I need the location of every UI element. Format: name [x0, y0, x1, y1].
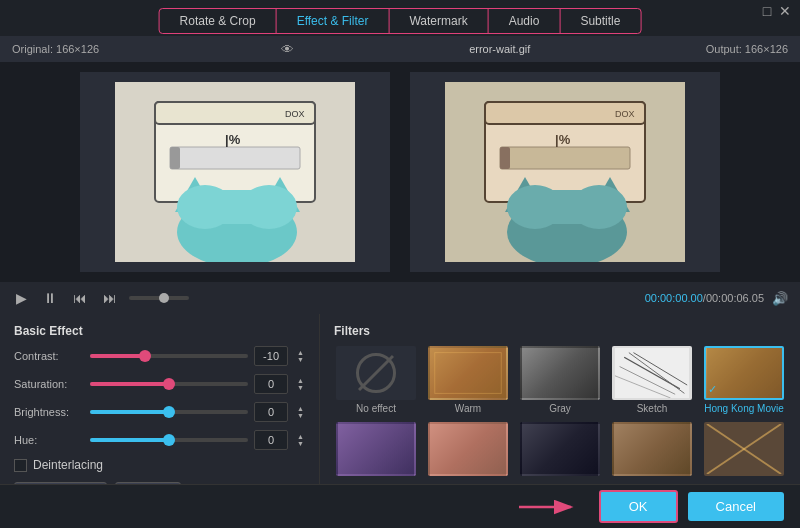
filters-panel: Filters No effect [320, 314, 800, 484]
contrast-fill [90, 354, 145, 358]
filter-thumb-no-effect [336, 346, 416, 400]
svg-rect-4 [170, 147, 180, 169]
hue-fill [90, 438, 169, 442]
progress-thumb[interactable] [159, 293, 169, 303]
filter-label-gray: Gray [549, 403, 571, 414]
tab-audio[interactable]: Audio [489, 9, 561, 33]
time-total: /00:00:06.05 [703, 292, 764, 304]
hue-slider[interactable] [90, 438, 248, 442]
filter-thumb-8 [520, 422, 600, 476]
contrast-up[interactable]: ▲ [296, 349, 305, 356]
svg-text:|%: |% [555, 132, 571, 147]
svg-rect-23 [533, 190, 597, 224]
deinterlace-label: Deinterlacing [33, 458, 103, 472]
original-label: Original: 166×126 [12, 43, 99, 55]
hue-down[interactable]: ▼ [296, 440, 305, 447]
progress-track[interactable] [129, 296, 189, 300]
hue-thumb[interactable] [163, 434, 175, 446]
time-current: 00:00:00.00 [645, 292, 703, 304]
filter-thumb-gray [520, 346, 600, 400]
filter-thumb-9 [612, 422, 692, 476]
tab-subtitle[interactable]: Subtitle [560, 9, 640, 33]
cancel-button[interactable]: Cancel [688, 492, 784, 521]
brightness-slider[interactable] [90, 410, 248, 414]
filter-warm[interactable]: Warm [426, 346, 510, 414]
filter-sketch[interactable]: Sketch [610, 346, 694, 414]
brightness-down[interactable]: ▼ [296, 412, 305, 419]
filter-thumb-hong-kong: ✓ [704, 346, 784, 400]
contrast-stepper[interactable]: ▲ ▼ [296, 349, 305, 363]
filter-hong-kong[interactable]: ✓ Hong Kong Movie [702, 346, 786, 414]
filter-gray[interactable]: Gray [518, 346, 602, 414]
filter-7[interactable] [426, 422, 510, 479]
saturation-thumb[interactable] [163, 378, 175, 390]
tab-bar: Rotate & Crop Effect & Filter Watermark … [159, 8, 642, 34]
minimize-button[interactable]: □ [760, 4, 774, 18]
svg-rect-11 [203, 190, 267, 224]
filter-8[interactable] [518, 422, 602, 479]
hue-label: Hue: [14, 434, 84, 446]
hue-stepper[interactable]: ▲ ▼ [296, 433, 305, 447]
tab-effect-filter[interactable]: Effect & Filter [277, 9, 390, 33]
saturation-row: Saturation: 0 ▲ ▼ [14, 374, 305, 394]
contrast-down[interactable]: ▼ [296, 356, 305, 363]
filter-6[interactable] [334, 422, 418, 479]
brightness-row: Brightness: 0 ▲ ▼ [14, 402, 305, 422]
brightness-stepper[interactable]: ▲ ▼ [296, 405, 305, 419]
brightness-value: 0 [254, 402, 288, 422]
selected-check-icon: ✓ [708, 383, 717, 396]
hue-up[interactable]: ▲ [296, 433, 305, 440]
filter-9[interactable] [610, 422, 694, 479]
svg-text:DOX: DOX [285, 109, 305, 119]
filter-no-effect[interactable]: No effect [334, 346, 418, 414]
footer-bar: OK Cancel [0, 484, 800, 528]
contrast-label: Contrast: [14, 350, 84, 362]
ok-button[interactable]: OK [599, 490, 678, 523]
contrast-thumb[interactable] [139, 350, 151, 362]
brightness-up[interactable]: ▲ [296, 405, 305, 412]
filter-label-no-effect: No effect [356, 403, 396, 414]
no-effect-line [358, 355, 394, 391]
filename-label: error-wait.gif [469, 43, 530, 55]
eye-icon[interactable]: 👁 [281, 42, 294, 57]
filter-thumb-10 [704, 422, 784, 476]
stop-button[interactable]: ⏸ [39, 288, 61, 308]
volume-icon[interactable]: 🔊 [772, 291, 788, 306]
deinterlace-row: Deinterlacing [14, 458, 305, 472]
svg-rect-24 [430, 348, 506, 398]
contrast-slider[interactable] [90, 354, 248, 358]
next-frame-button[interactable]: ⏭ [99, 288, 121, 308]
svg-rect-16 [500, 147, 510, 169]
playback-bar: ▶ ⏸ ⏮ ⏭ 00:00:00.00/00:00:06.05 🔊 [0, 282, 800, 314]
contrast-value: -10 [254, 346, 288, 366]
no-effect-icon [356, 353, 396, 393]
saturation-down[interactable]: ▼ [296, 384, 305, 391]
preview-original: DOX |% [80, 72, 390, 272]
arrow-indicator [16, 497, 589, 517]
filter-10[interactable] [702, 422, 786, 479]
saturation-up[interactable]: ▲ [296, 377, 305, 384]
svg-text:|%: |% [225, 132, 241, 147]
deinterlace-checkbox[interactable] [14, 459, 27, 472]
svg-rect-3 [170, 147, 300, 169]
close-button[interactable]: ✕ [778, 4, 792, 18]
tab-watermark[interactable]: Watermark [389, 9, 488, 33]
tab-rotate-crop[interactable]: Rotate & Crop [160, 9, 277, 33]
svg-text:DOX: DOX [615, 109, 635, 119]
filter-thumb-sketch [612, 346, 692, 400]
prev-frame-button[interactable]: ⏮ [69, 288, 91, 308]
saturation-value: 0 [254, 374, 288, 394]
arrow-svg [519, 497, 579, 517]
info-bar: Original: 166×126 👁 error-wait.gif Outpu… [0, 36, 800, 62]
filters-title: Filters [334, 324, 786, 338]
saturation-fill [90, 382, 169, 386]
play-button[interactable]: ▶ [12, 288, 31, 308]
saturation-slider[interactable] [90, 382, 248, 386]
saturation-label: Saturation: [14, 378, 84, 390]
filter-label-warm: Warm [455, 403, 481, 414]
main-area: Original: 166×126 👁 error-wait.gif Outpu… [0, 36, 800, 484]
hue-value: 0 [254, 430, 288, 450]
brightness-thumb[interactable] [163, 406, 175, 418]
filter-thumb-warm [428, 346, 508, 400]
saturation-stepper[interactable]: ▲ ▼ [296, 377, 305, 391]
